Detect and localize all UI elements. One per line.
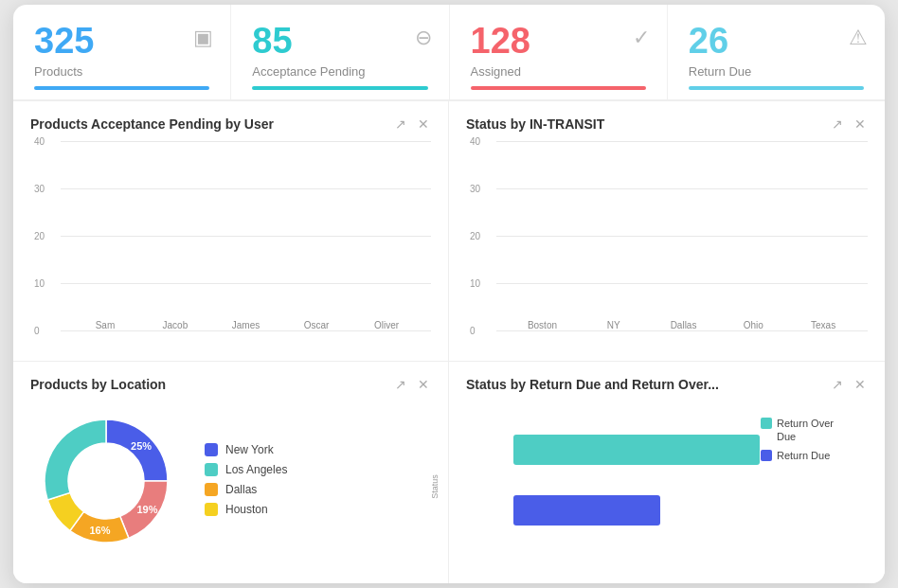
kpi-label-products: Products xyxy=(34,64,209,79)
panel-actions-1: ↗ ✕ xyxy=(393,116,431,132)
dashboard: 325 Products ▣ 85 Acceptance Pending ⊖ 1… xyxy=(13,5,885,583)
bar-chart-2: 403020100BostonNYDallasOhioTexas xyxy=(496,141,868,330)
kpi-label-assigned: Assigned xyxy=(471,64,646,79)
legend-label: Dallas xyxy=(225,483,257,496)
panel-location: Products by Location ↗ ✕ 25%19%16% New Y… xyxy=(13,362,449,583)
bar-group: Sam xyxy=(92,316,118,330)
bar-group: NY xyxy=(601,316,627,330)
kpi-bar: 325 Products ▣ 85 Acceptance Pending ⊖ 1… xyxy=(13,5,885,100)
products-icon: ▣ xyxy=(193,26,213,50)
kpi-number-assigned: 128 xyxy=(471,21,530,61)
donut-legend: New YorkLos AngelesDallasHouston xyxy=(205,443,287,523)
svg-text:16%: 16% xyxy=(89,525,110,536)
bar-chart-1: 403020100SamJacobJamesOscarOliver xyxy=(61,141,431,330)
hbar-legend-label: Return Over Due xyxy=(777,417,853,444)
expand-button-4[interactable]: ↗ xyxy=(830,377,845,392)
bar-group: Oscar xyxy=(303,316,330,330)
donut-area: 25%19%16% New YorkLos AngelesDallasHoust… xyxy=(30,401,431,564)
bar-label: Oscar xyxy=(304,320,330,330)
panel-title-4: Status by Return Due and Return Over... xyxy=(466,377,719,392)
bar-label: NY xyxy=(607,320,620,330)
hbar-legend: Return Over DueReturn Due xyxy=(761,417,853,469)
hbar-track xyxy=(513,435,760,465)
panel-actions-4: ↗ ✕ xyxy=(830,377,868,392)
hbar-legend-item: Return Over Due xyxy=(761,417,853,444)
kpi-accent-pending xyxy=(252,86,427,90)
kpi-card-assigned: 128 Assigned ✓ xyxy=(450,5,668,99)
hbar-legend-dot xyxy=(761,450,772,461)
legend-label: New York xyxy=(225,443,274,456)
bar-group: Texas xyxy=(810,316,836,330)
pending-icon: ⊖ xyxy=(415,26,432,50)
kpi-card-pending: 85 Acceptance Pending ⊖ xyxy=(231,5,449,99)
panel-header-1: Products Acceptance Pending by User ↗ ✕ xyxy=(30,116,431,132)
panel-title-3: Products by Location xyxy=(30,377,166,392)
kpi-number-pending: 85 xyxy=(252,21,292,61)
panel-title-1: Products Acceptance Pending by User xyxy=(30,116,274,132)
hbar-legend-dot xyxy=(761,418,772,429)
bar-group: Oliver xyxy=(373,316,400,330)
bar-label: James xyxy=(232,320,260,330)
kpi-label-pending: Acceptance Pending xyxy=(252,64,427,79)
expand-button-2[interactable]: ↗ xyxy=(830,116,845,132)
close-button-4[interactable]: ✕ xyxy=(853,377,868,392)
bar-label: Oliver xyxy=(374,320,399,330)
close-button-3[interactable]: ✕ xyxy=(416,377,431,392)
kpi-card-return: 26 Return Due ⚠ xyxy=(668,5,885,99)
panel-actions-3: ↗ ✕ xyxy=(393,377,431,392)
main-grid: Products Acceptance Pending by User ↗ ✕ … xyxy=(13,100,885,583)
kpi-card-products: 325 Products ▣ xyxy=(13,5,231,99)
kpi-number-return: 26 xyxy=(689,21,728,61)
panel-header-2: Status by IN-TRANSIT ↗ ✕ xyxy=(466,116,868,132)
bar-group: Ohio xyxy=(740,316,766,330)
bar-group: Dallas xyxy=(671,316,697,330)
assigned-icon: ✓ xyxy=(633,26,650,50)
bar-label: Ohio xyxy=(744,320,763,330)
bar-group: James xyxy=(232,316,260,330)
kpi-accent-return xyxy=(689,86,864,90)
hbar-row xyxy=(513,495,868,526)
panel-return-status: Status by Return Due and Return Over... … xyxy=(449,362,885,583)
panel-header-3: Products by Location ↗ ✕ xyxy=(30,377,431,392)
legend-item: Dallas xyxy=(205,483,287,496)
bar-label: Dallas xyxy=(671,320,697,330)
legend-dot xyxy=(205,483,218,496)
svg-text:19%: 19% xyxy=(136,503,157,514)
return-icon: ⚠ xyxy=(849,26,868,50)
expand-button-3[interactable]: ↗ xyxy=(393,377,408,392)
legend-dot xyxy=(205,463,218,476)
legend-item: Houston xyxy=(205,503,287,516)
hbar-legend-label: Return Due xyxy=(777,449,830,462)
bar-group: Jacob xyxy=(162,316,189,330)
panel-in-transit: Status by IN-TRANSIT ↗ ✕ 403020100Boston… xyxy=(449,101,885,362)
close-button-1[interactable]: ✕ xyxy=(416,116,431,132)
panel-header-4: Status by Return Due and Return Over... … xyxy=(466,377,868,392)
bar-label: Sam xyxy=(96,320,116,330)
panel-acceptance-pending: Products Acceptance Pending by User ↗ ✕ … xyxy=(13,101,449,362)
svg-text:25%: 25% xyxy=(131,440,152,452)
hbar-track xyxy=(513,495,660,526)
kpi-label-return: Return Due xyxy=(689,64,864,79)
bar-label: Texas xyxy=(811,320,835,330)
kpi-accent-products xyxy=(34,86,209,90)
kpi-number-products: 325 xyxy=(34,21,94,61)
donut-chart: 25%19%16% xyxy=(30,405,182,561)
legend-label: Houston xyxy=(225,503,268,516)
panel-actions-2: ↗ ✕ xyxy=(830,116,868,132)
panel-title-2: Status by IN-TRANSIT xyxy=(466,116,604,132)
y-axis-label: Status xyxy=(430,474,440,499)
legend-dot xyxy=(205,443,218,456)
legend-item: Los Angeles xyxy=(205,463,287,476)
close-button-2[interactable]: ✕ xyxy=(853,116,868,132)
legend-item: New York xyxy=(205,443,287,456)
hbar-legend-item: Return Due xyxy=(761,449,853,462)
bar-label: Jacob xyxy=(163,320,189,330)
legend-label: Los Angeles xyxy=(225,463,287,476)
legend-dot xyxy=(205,503,218,516)
hbar-chart: Status Return Over DueReturn Due xyxy=(466,401,868,572)
kpi-accent-assigned xyxy=(471,86,646,90)
bar-label: Boston xyxy=(528,320,557,330)
expand-button-1[interactable]: ↗ xyxy=(393,116,408,132)
bar-group: Boston xyxy=(528,316,557,330)
